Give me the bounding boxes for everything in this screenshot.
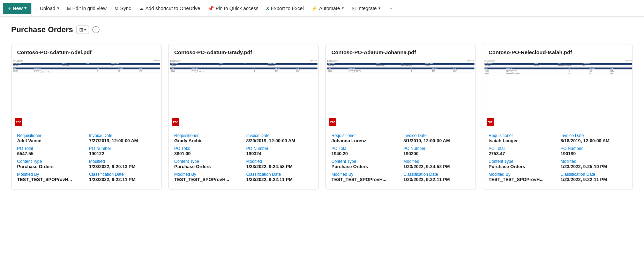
meta-value: 8/29/2019, 12:00:00 AM [246, 138, 313, 143]
upload-chevron-icon: ▾ [57, 6, 59, 10]
meta-label: Modified [89, 159, 155, 164]
integrate-icon: ⊡ [352, 6, 356, 11]
meta-value: Purchase Orders [331, 164, 398, 169]
pin-quick-button[interactable]: 📌 Pin to Quick access [204, 3, 262, 13]
meta-label: Modified [403, 159, 470, 164]
card-metadata: RequisitionerGrady ArchieInvoice Date8/2… [169, 129, 319, 189]
meta-label: PO Total [17, 146, 83, 151]
card-preview: Phone: 1 (513) 555-9100Fax: 1 (513) 555-… [12, 59, 161, 129]
meta-label: Modified By [489, 172, 555, 177]
add-shortcut-button[interactable]: ☁ Add shortcut to OneDrive [135, 3, 204, 13]
info-icon: i [96, 28, 96, 32]
card-preview: Phone: 1 (513) 555-9100Fax: 1 (513) 555-… [169, 59, 319, 129]
meta-value: 1/23/2022, 9:20:13 PM [89, 164, 155, 169]
meta-label: PO Total [331, 146, 398, 151]
meta-label: Invoice Date [89, 133, 155, 138]
meta-label: Invoice Date [561, 133, 627, 138]
meta-row: RequisitionerGrady ArchieInvoice Date8/2… [174, 133, 313, 143]
plus-icon: + [8, 5, 11, 12]
card-metadata: RequisitionerJohanna LorenzInvoice Date8… [326, 129, 475, 189]
more-icon: ··· [388, 6, 392, 11]
card-filename: Contoso-PO-Adatum-Adel.pdf [12, 44, 161, 59]
card-filename: Contoso-PO-Adatum-Grady.pdf [169, 44, 319, 59]
document-card[interactable]: Contoso-PO-Adatum-Johanna.pdfPhone: 1 (5… [325, 44, 476, 189]
meta-row: RequisitionerJohanna LorenzInvoice Date8… [331, 133, 470, 143]
cards-grid: Contoso-PO-Adatum-Adel.pdfPhone: 1 (513)… [11, 44, 633, 189]
meta-row: Content TypePurchase OrdersModified1/23/… [174, 159, 313, 169]
integrate-button[interactable]: ⊡ Integrate ▾ [348, 3, 384, 13]
document-card[interactable]: Contoso-PO-Adatum-Grady.pdfPhone: 1 (513… [169, 44, 319, 189]
meta-row: Content TypePurchase OrdersModified1/23/… [17, 159, 156, 169]
meta-row: Modified ByTEST_TEST_SPOProvH...Classifi… [174, 172, 313, 182]
automate-chevron-icon: ▾ [342, 6, 344, 10]
meta-label: Classification Date [89, 172, 155, 177]
meta-row: Content TypePurchase OrdersModified1/23/… [489, 159, 627, 169]
pdf-icon: PDF [172, 118, 179, 126]
edit-grid-button[interactable]: ⊞ Edit in grid view [63, 3, 110, 13]
meta-label: Content Type [174, 159, 241, 164]
automate-button[interactable]: ⚡ Automate ▾ [308, 3, 347, 13]
meta-value: TEST_TEST_SPOProvH... [174, 177, 241, 182]
meta-value: 1940.29 [331, 151, 398, 156]
meta-label: Content Type [489, 159, 555, 164]
meta-row: Modified ByTEST_TEST_SPOProvH...Classifi… [489, 172, 627, 182]
meta-value: Johanna Lorenz [331, 138, 398, 143]
meta-label: Classification Date [561, 172, 627, 177]
meta-label: PO Number [403, 146, 470, 151]
more-button[interactable]: ··· [385, 3, 396, 13]
meta-label: Invoice Date [403, 133, 470, 138]
view-toggle-button[interactable]: ⊞ ▾ [76, 26, 89, 34]
meta-value: 190324 [246, 151, 313, 156]
meta-value: 2753.47 [489, 151, 555, 156]
meta-row: PO Total1940.29PO Number190200 [331, 146, 470, 156]
toolbar: + New ▾ ↑ Upload ▾ ⊞ Edit in grid view ↻… [0, 0, 644, 17]
upload-button[interactable]: ↑ Upload ▾ [32, 3, 62, 13]
cloud-icon: ☁ [139, 6, 144, 11]
integrate-chevron-icon: ▾ [379, 6, 381, 10]
meta-row: RequisitionerIsaiah LangerInvoice Date8/… [489, 133, 627, 143]
edit-grid-label: Edit in grid view [73, 6, 107, 11]
meta-label: Modified By [17, 172, 83, 177]
new-button[interactable]: + New ▾ [3, 3, 31, 14]
export-excel-button[interactable]: X Export to Excel [263, 3, 307, 13]
new-button-label: New [13, 6, 23, 11]
document-card[interactable]: Contoso-PO-Adatum-Adel.pdfPhone: 1 (513)… [11, 44, 162, 189]
meta-value: TEST_TEST_SPOProvH... [489, 177, 555, 182]
card-metadata: RequisitionerIsaiah LangerInvoice Date8/… [483, 129, 633, 189]
pin-quick-label: Pin to Quick access [216, 6, 259, 11]
grid-icon: ⊞ [67, 6, 71, 11]
meta-row: Content TypePurchase OrdersModified1/23/… [331, 159, 470, 169]
meta-value: 3801.09 [174, 151, 241, 156]
meta-label: Modified By [331, 172, 398, 177]
meta-value: Adel Vance [17, 138, 83, 143]
meta-value: TEST_TEST_SPOProvH... [17, 177, 83, 182]
meta-value: Purchase Orders [174, 164, 241, 169]
card-metadata: RequisitionerAdel VanceInvoice Date7/27/… [12, 129, 161, 189]
meta-label: PO Number [89, 146, 155, 151]
meta-label: Modified By [174, 172, 241, 177]
pdf-icon: PDF [329, 118, 336, 126]
meta-label: PO Total [174, 146, 241, 151]
meta-label: Classification Date [403, 172, 470, 177]
info-button[interactable]: i [92, 26, 99, 33]
view-chevron-icon: ▾ [84, 28, 86, 32]
sync-label: Sync [120, 6, 131, 11]
document-card[interactable]: Contoso-PO-Relecloud-Isaiah.pdfPhone: 1 … [483, 44, 633, 189]
meta-row: Modified ByTEST_TEST_SPOProvH...Classifi… [331, 172, 470, 182]
meta-value: 190200 [403, 151, 470, 156]
meta-value: 6547.55 [17, 151, 83, 156]
meta-label: Content Type [331, 159, 398, 164]
meta-label: Requisitioner [331, 133, 398, 138]
meta-row: PO Total6547.55PO Number190122 [17, 146, 156, 156]
meta-label: PO Total [489, 146, 555, 151]
meta-label: Classification Date [246, 172, 313, 177]
meta-value: Purchase Orders [489, 164, 555, 169]
sync-button[interactable]: ↻ Sync [111, 3, 135, 13]
meta-row: RequisitionerAdel VanceInvoice Date7/27/… [17, 133, 156, 143]
meta-row: Modified ByTEST_TEST_SPOProvH...Classifi… [17, 172, 156, 182]
meta-value: TEST_TEST_SPOProvH... [331, 177, 398, 182]
meta-row: PO Total2753.47PO Number190189 [489, 146, 627, 156]
card-filename: Contoso-PO-Adatum-Johanna.pdf [326, 44, 475, 59]
automate-label: Automate [319, 6, 340, 11]
meta-label: PO Number [561, 146, 627, 151]
